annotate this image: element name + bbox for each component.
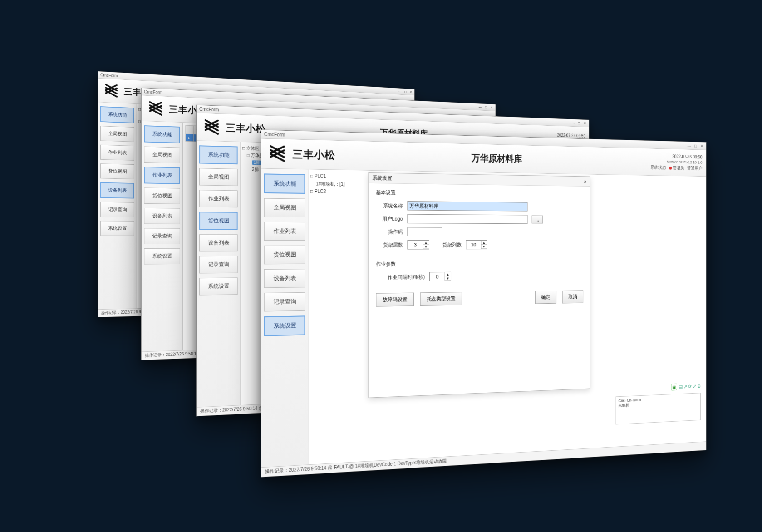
lbl-shelf-layers: 货架层数 bbox=[376, 241, 403, 249]
minimize-button[interactable]: — bbox=[687, 143, 691, 148]
dialog-close-button[interactable]: × bbox=[584, 179, 587, 184]
input-job-interval[interactable] bbox=[430, 272, 445, 281]
chevron-down-icon[interactable]: ▾ bbox=[423, 245, 429, 249]
nav-system[interactable]: 系统功能 bbox=[100, 106, 134, 123]
maximize-button[interactable]: □ bbox=[693, 143, 697, 148]
nav-global-view[interactable]: 全局视图 bbox=[144, 146, 180, 163]
window-system-settings: CrncForm — □ × 三丰小松 万华原材料库 2022-07-26 09… bbox=[261, 129, 706, 477]
nav-job-list[interactable]: 作业列表 bbox=[100, 145, 134, 161]
brand-name: 三丰小松 bbox=[292, 147, 335, 163]
chevron-down-icon[interactable]: ▾ bbox=[445, 276, 451, 281]
chevron-up-icon[interactable]: ▴ bbox=[445, 272, 451, 276]
lbl-shelf-cols: 货架列数 bbox=[442, 241, 462, 248]
lbl-job-interval: 作业间隔时间(秒) bbox=[376, 273, 425, 281]
nav-device-list[interactable]: 设备列表 bbox=[144, 208, 180, 224]
chevron-down-icon[interactable]: ▾ bbox=[481, 245, 487, 249]
logo-icon bbox=[146, 98, 166, 120]
dialog-title: 系统设置 bbox=[372, 174, 392, 182]
nav-slot-view[interactable]: 货位视图 bbox=[144, 187, 180, 204]
logo-icon bbox=[102, 80, 121, 101]
nav-settings[interactable]: 系统设置 bbox=[199, 277, 238, 295]
group-basic-title: 基本设置 bbox=[376, 189, 583, 198]
tree-plc2[interactable]: PLC2 bbox=[315, 189, 326, 194]
status-dot-icon bbox=[669, 167, 672, 170]
nav-device-list[interactable]: 设备列表 bbox=[100, 182, 134, 199]
spinner-job-interval[interactable]: ▴▾ bbox=[429, 272, 451, 281]
spinner-shelf-layers[interactable]: ▴▾ bbox=[407, 240, 429, 249]
close-button[interactable]: × bbox=[409, 90, 413, 94]
minimize-button[interactable]: — bbox=[571, 121, 575, 125]
nav-settings[interactable]: 系统设置 bbox=[144, 248, 180, 265]
browse-logo-button[interactable]: ... bbox=[532, 216, 543, 224]
nav-global-view[interactable]: 全局视图 bbox=[264, 198, 305, 217]
login-label[interactable]: 管理员 bbox=[673, 165, 684, 170]
nav-device-list[interactable]: 设备列表 bbox=[199, 234, 238, 251]
switch-user-label[interactable]: 普通用户 bbox=[687, 165, 702, 172]
chevron-up-icon[interactable]: ▴ bbox=[481, 241, 487, 245]
tree-row-1[interactable]: 1排 bbox=[252, 160, 261, 165]
input-shelf-layers[interactable] bbox=[408, 241, 423, 249]
ok-button[interactable]: 确定 bbox=[535, 291, 556, 304]
close-button[interactable]: × bbox=[700, 143, 703, 148]
tree-stacker-1[interactable]: 1#堆垛机：[1] bbox=[316, 181, 344, 187]
nav-settings[interactable]: 系统设置 bbox=[100, 221, 134, 236]
plc-tree[interactable]: □ PLC1 1#堆垛机：[1] □ PLC2 bbox=[309, 170, 359, 465]
form-name: CrncForm bbox=[100, 73, 118, 78]
maximize-button[interactable]: □ bbox=[484, 105, 487, 109]
tree-zone[interactable]: 立体区 bbox=[246, 146, 260, 151]
nav-job-list[interactable]: 作业列表 bbox=[144, 167, 180, 184]
logo-icon bbox=[266, 141, 289, 167]
fault-code-config-button[interactable]: 故障码设置 bbox=[376, 293, 414, 307]
tray-action-icons: ▣ ▤ ↗ ⟳ ⤢ ⊕ bbox=[671, 383, 701, 391]
input-user-logo[interactable] bbox=[407, 214, 527, 224]
nav-records[interactable]: 记录查询 bbox=[100, 202, 134, 217]
sidebar: 系统功能 全局视图 作业列表 货位视图 设备列表 记录查询 系统设置 bbox=[197, 141, 241, 407]
tree-row-2[interactable]: 2排 bbox=[252, 167, 259, 172]
group-job: 作业参数 作业间隔时间(秒) ▴▾ bbox=[376, 260, 583, 282]
header-status: 2022-07-26 09:50 Version 2021-12 10 1.0 … bbox=[650, 153, 702, 172]
nav-slot-view[interactable]: 货位视图 bbox=[199, 212, 238, 230]
tray-type-config-button[interactable]: 托盘类型设置 bbox=[420, 292, 462, 306]
app-version: Version 2021-12 10 1.0 bbox=[667, 160, 702, 165]
input-system-name[interactable] bbox=[407, 201, 527, 212]
nav-device-list[interactable]: 设备列表 bbox=[264, 269, 305, 288]
minimize-button[interactable]: — bbox=[479, 105, 482, 109]
cancel-button[interactable]: 取消 bbox=[562, 290, 583, 303]
sidebar: 系统功能 全局视图 作业列表 货位视图 设备列表 记录查询 系统设置 bbox=[261, 169, 308, 468]
close-button[interactable]: × bbox=[583, 121, 587, 126]
header-datetime: 2022-07-26 09:50 bbox=[672, 154, 702, 159]
nav-system[interactable]: 系统功能 bbox=[199, 145, 238, 164]
lbl-user-logo: 用户Logo bbox=[376, 215, 403, 222]
nav-system[interactable]: 系统功能 bbox=[144, 125, 180, 143]
status-label: 系统状态 bbox=[650, 164, 666, 171]
nav-job-list[interactable]: 作业列表 bbox=[199, 190, 238, 207]
close-button[interactable]: × bbox=[490, 105, 493, 109]
nav-global-view[interactable]: 全局视图 bbox=[199, 168, 238, 186]
nav-slot-view[interactable]: 货位视图 bbox=[264, 246, 305, 265]
spinner-shelf-cols[interactable]: ▴▾ bbox=[466, 240, 487, 249]
action-icon[interactable]: ▣ bbox=[671, 384, 677, 391]
nav-settings[interactable]: 系统设置 bbox=[264, 315, 305, 336]
nav-slot-view[interactable]: 货位视图 bbox=[100, 163, 134, 179]
app-title: 万华原材料库 bbox=[472, 152, 522, 165]
maximize-button[interactable]: □ bbox=[577, 121, 581, 125]
maximize-button[interactable]: □ bbox=[404, 90, 407, 94]
logo-icon bbox=[201, 115, 222, 139]
tree-plc1[interactable]: PLC1 bbox=[315, 173, 326, 179]
input-op-code[interactable] bbox=[407, 227, 442, 236]
nav-records[interactable]: 记录查询 bbox=[264, 292, 305, 312]
lbl-system-name: 系统名称 bbox=[376, 202, 403, 209]
minimize-button[interactable]: — bbox=[398, 89, 402, 94]
nav-system[interactable]: 系统功能 bbox=[264, 173, 305, 194]
sidebar: 系统功能 全局视图 作业列表 货位视图 设备列表 记录查询 系统设置 bbox=[142, 121, 183, 352]
lbl-op-code: 操作码 bbox=[376, 228, 403, 236]
nav-records[interactable]: 记录查询 bbox=[199, 256, 238, 274]
chevron-up-icon[interactable]: ▴ bbox=[423, 241, 429, 245]
header-datetime: 2022-07-26 09:50 bbox=[557, 133, 585, 138]
nav-job-list[interactable]: 作业列表 bbox=[264, 222, 305, 241]
nav-records[interactable]: 记录查询 bbox=[144, 228, 180, 244]
form-name: CrncForm bbox=[199, 107, 219, 112]
action-icons-label: ▤ ↗ ⟳ ⤢ ⊕ bbox=[678, 383, 701, 389]
nav-global-view[interactable]: 全局视图 bbox=[100, 126, 134, 142]
input-shelf-cols[interactable] bbox=[466, 241, 481, 249]
